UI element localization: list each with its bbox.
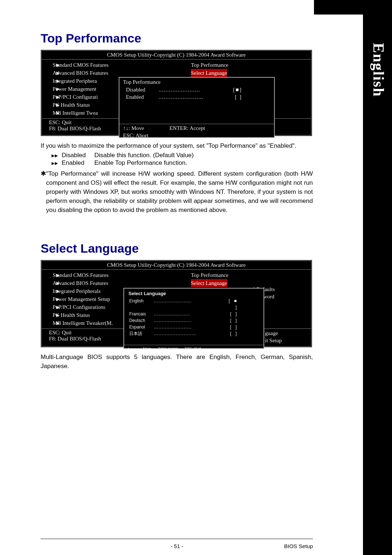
menu-item[interactable]: MB Intelligent Tweaker(M. <box>53 319 113 327</box>
note-icon: ✱ <box>41 169 46 178</box>
popup1-title: Top Performance <box>119 78 274 85</box>
menu-item[interactable]: Top Performance <box>191 61 229 69</box>
double-arrow-icon: ▸▸ <box>52 159 62 167</box>
menu-item-selected[interactable]: Select Language <box>191 279 227 287</box>
section2-text: Multi-Language BIOS supports 5 languages… <box>41 352 313 371</box>
frag-text: it Setup <box>265 337 307 344</box>
popup1-footer2: ESC: Abort <box>119 132 274 140</box>
menu-item[interactable]: Standard CMOS Features <box>53 61 109 69</box>
menu-item[interactable]: Integrated Peripherals <box>53 287 101 295</box>
section2-title: Select Language <box>41 241 313 256</box>
popup-option[interactable]: Disabled........................[■] <box>126 86 242 93</box>
language-tab: English <box>367 32 390 108</box>
bios-window-2: CMOS Setup Utility-Copyright (C) 1984-20… <box>41 260 312 347</box>
triangle-icon: ▶ <box>56 295 60 303</box>
popup-option[interactable]: 日本語 ........................... [ ] <box>129 330 238 337</box>
popup-option[interactable]: English ........................ [ ■ ] <box>129 298 238 311</box>
popup-option[interactable]: Francais ....................... [ ] <box>129 311 238 317</box>
triangle-icon: ▶ <box>56 279 60 287</box>
page-content: Top Performance CMOS Setup Utility-Copyr… <box>41 31 313 371</box>
triangle-icon: ▶ <box>56 85 60 93</box>
footer-section: BIOS Setup <box>284 543 313 549</box>
bios-window-1: CMOS Setup Utility-Copyright (C) 1984-20… <box>41 50 312 136</box>
popup2-footer: ↑ ↓ → ← : Move Enter: Accept ESC: Abort <box>124 345 264 352</box>
bios2-title: CMOS Setup Utility-Copyright (C) 1984-20… <box>42 261 311 269</box>
double-arrow-icon: ▸▸ <box>52 152 62 159</box>
top-performance-popup: Top Performance Disabled................… <box>119 77 275 138</box>
triangle-icon: ▶ <box>56 77 60 85</box>
triangle-icon: ▶ <box>56 101 60 109</box>
menu-item[interactable]: Advanced BIOS Features <box>53 279 108 287</box>
note-text: ✱ "Top Performance" will increase H/W wo… <box>41 169 313 215</box>
option-list: ▸▸DisabledDisable this function. (Defaul… <box>52 152 313 167</box>
section1-text: If you wish to maximize the performance … <box>41 141 313 150</box>
bios1-title: CMOS Setup Utility-Copyright (C) 1984-20… <box>42 51 311 59</box>
frag-text: guage <box>265 330 307 337</box>
footer-rule <box>41 539 313 539</box>
triangle-icon: ▶ <box>56 93 60 101</box>
popup-option[interactable]: Enabled..........................[ ] <box>126 93 242 101</box>
popup-option[interactable]: Deutsch ........................ [ ] <box>129 317 238 324</box>
popup-option[interactable]: Espanol ........................ [ ] <box>129 324 238 330</box>
popup1-footer: ↑↓: Move ENTER: Accept <box>119 124 274 132</box>
menu-item[interactable]: Advanced BIOS Features <box>53 69 108 77</box>
menu-item[interactable]: Power Management Setup <box>53 295 110 303</box>
triangle-icon: ▶ <box>56 303 60 311</box>
menu-item[interactable]: Top Performance <box>191 271 229 279</box>
menu-item[interactable]: Standard CMOS Features <box>53 271 109 279</box>
section1-title: Top Performance <box>41 31 313 45</box>
select-language-popup: Select Language English ................… <box>123 288 264 349</box>
triangle-icon: ▶ <box>56 61 60 69</box>
page-number: - 51 - <box>70 543 284 549</box>
menu-item[interactable]: PnP/PCI Configurations <box>53 303 105 311</box>
header-black-bar <box>314 0 392 15</box>
triangle-icon: ▶ <box>56 319 60 327</box>
menu-item-selected[interactable]: Select Language <box>191 69 227 77</box>
page-footer: - 51 - BIOS Setup <box>41 543 313 549</box>
triangle-icon: ▶ <box>56 311 60 319</box>
triangle-icon: ▶ <box>56 109 60 117</box>
popup2-title: Select Language <box>124 289 264 298</box>
triangle-icon: ▶ <box>56 271 60 279</box>
triangle-icon: ▶ <box>56 287 60 295</box>
triangle-icon: ▶ <box>56 69 60 77</box>
